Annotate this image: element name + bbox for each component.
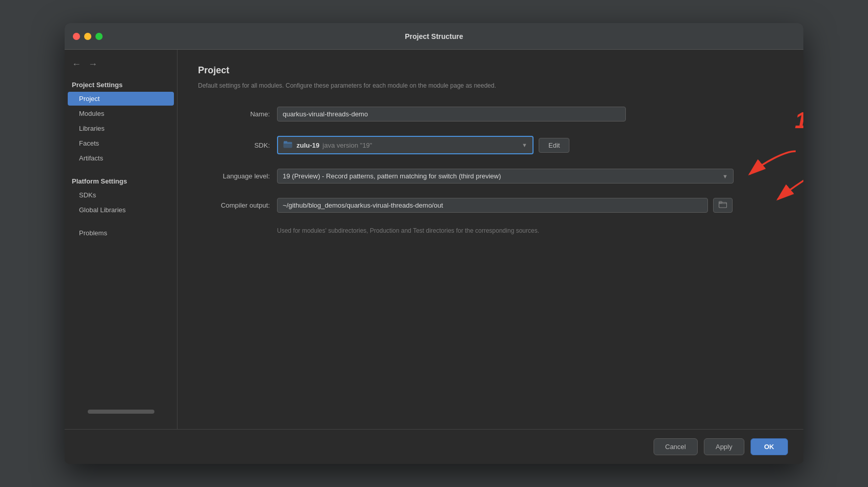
sidebar-item-problems-label: Problems [79, 229, 107, 237]
compiler-hint: Used for modules' subdirectories, Produc… [277, 227, 783, 234]
content-description: Default settings for all modules. Config… [198, 81, 783, 90]
folder-icon [719, 201, 727, 208]
name-row: Name: [198, 107, 783, 121]
language-level-value: 19 (Preview) - Record patterns, pattern … [283, 172, 722, 180]
sdk-folder-icon [283, 139, 292, 151]
sidebar-item-artifacts-label: Artifacts [79, 154, 103, 162]
sidebar-item-artifacts[interactable]: Artifacts [65, 151, 177, 165]
sidebar-item-sdks[interactable]: SDKs [65, 188, 177, 202]
content-section-title: Project [198, 65, 783, 76]
sdk-label: SDK: [198, 141, 270, 149]
language-level-label: Language level: [198, 172, 270, 180]
compiler-output-row: Compiler output: [198, 198, 783, 213]
sdk-name: zulu-19 [297, 141, 320, 149]
annotation-1: 1. [795, 108, 803, 133]
sidebar-item-global-libraries-label: Global Libraries [79, 206, 126, 214]
edit-sdk-button[interactable]: Edit [539, 138, 569, 153]
sidebar-item-facets-label: Facets [79, 139, 99, 147]
language-level-chevron-icon: ▼ [722, 173, 728, 179]
sidebar-item-modules-label: Modules [79, 110, 104, 117]
back-arrow[interactable]: ← [72, 59, 81, 70]
sidebar-item-global-libraries[interactable]: Global Libraries [65, 203, 177, 217]
sdk-select[interactable]: zulu-19 java version "19" ▼ [277, 136, 534, 154]
content-area: Project Default settings for all modules… [177, 50, 803, 429]
sidebar-item-libraries-label: Libraries [79, 125, 105, 132]
cancel-button[interactable]: Cancel [654, 438, 698, 455]
sidebar-item-project-label: Project [79, 95, 100, 103]
close-button[interactable] [73, 33, 80, 40]
nav-controls: ← → [65, 56, 177, 77]
project-settings-header: Project Settings [65, 78, 177, 91]
svg-rect-1 [284, 141, 287, 143]
minimize-button[interactable] [84, 33, 91, 40]
sdk-row: SDK: zulu-19 java version "19" ▼ [198, 136, 783, 154]
footer: Cancel Apply OK [65, 429, 803, 464]
sidebar: ← → Project Settings Project Modules Lib… [65, 50, 177, 429]
sdk-chevron-icon: ▼ [522, 142, 527, 148]
main-content: ← → Project Settings Project Modules Lib… [65, 50, 803, 429]
project-structure-dialog: Project Structure ← → Project Settings P… [65, 23, 803, 464]
apply-button[interactable]: Apply [704, 438, 744, 455]
sdk-version: java version "19" [323, 141, 372, 149]
maximize-button[interactable] [95, 33, 103, 40]
compiler-output-label: Compiler output: [198, 201, 270, 209]
traffic-lights [73, 33, 103, 40]
sidebar-scrollbar[interactable] [88, 410, 154, 414]
language-level-row: Language level: 19 (Preview) - Record pa… [198, 169, 783, 184]
platform-settings-header: Platform Settings [65, 174, 177, 187]
compiler-output-input[interactable] [277, 198, 708, 213]
name-input[interactable] [277, 107, 626, 121]
compiler-output-folder-button[interactable] [713, 198, 733, 213]
sidebar-item-project[interactable]: Project [68, 92, 174, 106]
forward-arrow[interactable]: → [88, 59, 97, 70]
sidebar-item-problems[interactable]: Problems [65, 226, 177, 240]
dialog-title: Project Structure [405, 32, 463, 40]
ok-button[interactable]: OK [751, 438, 788, 455]
sidebar-item-modules[interactable]: Modules [65, 107, 177, 120]
sidebar-item-facets[interactable]: Facets [65, 136, 177, 150]
title-bar: Project Structure [65, 23, 803, 50]
name-label: Name: [198, 110, 270, 118]
sidebar-item-sdks-label: SDKs [79, 191, 96, 199]
sidebar-item-libraries[interactable]: Libraries [65, 121, 177, 135]
language-level-select[interactable]: 19 (Preview) - Record patterns, pattern … [277, 169, 734, 184]
